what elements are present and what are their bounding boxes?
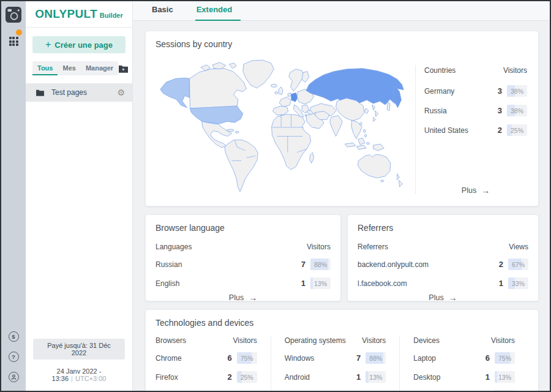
visitors-count: 1 [354, 372, 361, 382]
percent-badge: 33% [508, 277, 528, 289]
billing-icon[interactable]: $ [9, 331, 19, 342]
percent-badge: 88% [365, 352, 386, 364]
table-row: Windows 7 88% [285, 352, 386, 364]
table-row: Firefox 2 25% [156, 371, 257, 383]
percent-badge: 25% [507, 124, 527, 136]
language-name: English [156, 279, 179, 288]
map-country-usa[interactable] [190, 106, 243, 124]
technologies-devices-card: Technologies and devices Browsers Visito… [145, 309, 539, 391]
table-row: Desktop 1 13% [413, 371, 515, 383]
visitors-count: 6 [484, 353, 490, 363]
instagram-app-icon[interactable] [6, 7, 21, 25]
instagram-camera-icon [6, 7, 21, 23]
table-row: United States 2 25% [424, 124, 527, 136]
views-count: 1 [497, 279, 503, 288]
tab-basic[interactable]: Basic [151, 5, 174, 21]
percent-badge: 75% [495, 352, 515, 364]
visitors-count: 6 [226, 353, 232, 363]
map-india [330, 115, 342, 136]
notification-dot [16, 29, 22, 36]
pages-filter-tabs: Tous Mes Manager [32, 61, 118, 75]
devices-column: Devices Visitors Laptop 6 75% [399, 336, 528, 391]
table-header: Languages Visitors [156, 243, 331, 251]
account-icon[interactable] [9, 372, 19, 382]
map-country-alaska[interactable] [160, 78, 190, 108]
plus-link[interactable]: Plus → [358, 289, 528, 304]
percent-badge: 75% [237, 352, 257, 364]
table-row: Android 1 13% [285, 371, 386, 383]
main-area: Basic Extended Sessions by country [133, 1, 550, 391]
folder-label: Test pages [51, 88, 87, 97]
visitors-count: 1 [484, 372, 490, 382]
tab-extended[interactable]: Extended [195, 5, 241, 21]
filter-tab-mes[interactable]: Mes [58, 61, 80, 75]
table-header: Countries Visitors [424, 66, 527, 75]
plus-link[interactable]: Plus → [424, 182, 527, 197]
referrer-name: l.facebook.com [358, 279, 407, 288]
table-header: Devices Visitors [413, 336, 515, 345]
apps-grid-icon[interactable] [9, 32, 18, 46]
plus-label: Plus [229, 293, 244, 302]
col-countries: Countries [424, 66, 455, 75]
map-australia [358, 155, 391, 178]
table-header: Referrers Views [358, 243, 528, 251]
sessions-by-country-card: Sessions by country [145, 31, 539, 206]
sidebar: ONLYPULT Builder + Créer une page Tous M… [26, 1, 133, 391]
map-mexico [202, 121, 232, 148]
logo-suffix: Builder [100, 12, 123, 19]
os-name: Windows [285, 354, 315, 363]
operating-systems-column: Operating systems Visitors Windows 7 88% [271, 336, 400, 391]
plus-link[interactable]: Plus → [156, 289, 331, 304]
add-folder-icon[interactable] [118, 64, 129, 73]
card-title: Sessions by country [156, 39, 528, 49]
gear-icon[interactable]: ⚙ [117, 88, 125, 97]
table-row: Laptop 6 75% [413, 352, 515, 364]
map-madagascar [310, 153, 314, 163]
timezone-text: UTC+3:00 [75, 375, 106, 382]
create-page-label: Créer une page [54, 40, 113, 50]
filter-tab-manager[interactable]: Manager [81, 61, 118, 75]
user-icon [11, 374, 17, 380]
help-icon[interactable]: ? [9, 352, 19, 362]
map-new-guinea [373, 144, 384, 151]
percent-badge: 88% [310, 258, 331, 270]
visitors-count: 7 [354, 353, 361, 363]
language-name: Russian [156, 260, 182, 269]
pages-filter-row: Tous Mes Manager [32, 61, 126, 75]
browser-name: Firefox [156, 373, 178, 382]
visitors-count: 1 [299, 279, 305, 288]
table-row: English 1 13% [156, 277, 331, 289]
percent-badge: 38% [507, 85, 527, 97]
col-visitors: Visitors [503, 66, 527, 75]
visitors-count: 3 [496, 86, 502, 96]
col-visitors: Visitors [491, 336, 515, 345]
table-row: Mobile 1 13% [413, 390, 515, 391]
stats-tab-bar: Basic Extended [133, 1, 550, 21]
app-logo: ONLYPULT Builder [26, 1, 132, 28]
percent-badge: 13% [365, 371, 386, 383]
filter-tab-tous[interactable]: Tous [32, 61, 58, 75]
col-visitors: Visitors [362, 336, 386, 345]
create-page-button[interactable]: + Créer une page [32, 36, 126, 53]
percent-badge: 13% [495, 390, 515, 391]
col-languages: Languages [156, 243, 192, 251]
percent-badge: 38% [507, 105, 527, 116]
col-views: Views [509, 243, 528, 251]
map-country-russia[interactable] [306, 69, 403, 105]
device-name: Desktop [413, 373, 440, 382]
map-country-germany[interactable] [291, 93, 298, 102]
sidebar-item-test-pages[interactable]: Test pages ⚙ [26, 83, 132, 102]
col-os: Operating systems [285, 336, 346, 345]
card-title: Technologies and devices [156, 318, 528, 328]
col-visitors: Visitors [307, 243, 331, 251]
col-visitors: Visitors [233, 336, 257, 345]
country-name: Russia [424, 107, 447, 115]
countries-table: Countries Visitors Germany 3 38% [416, 49, 528, 198]
world-map[interactable] [156, 49, 415, 198]
logo-brand: ONLYPULT [35, 7, 97, 21]
paid-until-badge: Payé jusqu'à: 31 Déc 2022 [33, 339, 125, 360]
referrers-card: Referrers Referrers Views backend.onlypu… [347, 214, 539, 301]
sidebar-footer: Payé jusqu'à: 31 Déc 2022 24 Janv 2022 -… [26, 339, 132, 391]
datetime-separator: | [71, 375, 73, 382]
views-count: 2 [497, 260, 503, 269]
